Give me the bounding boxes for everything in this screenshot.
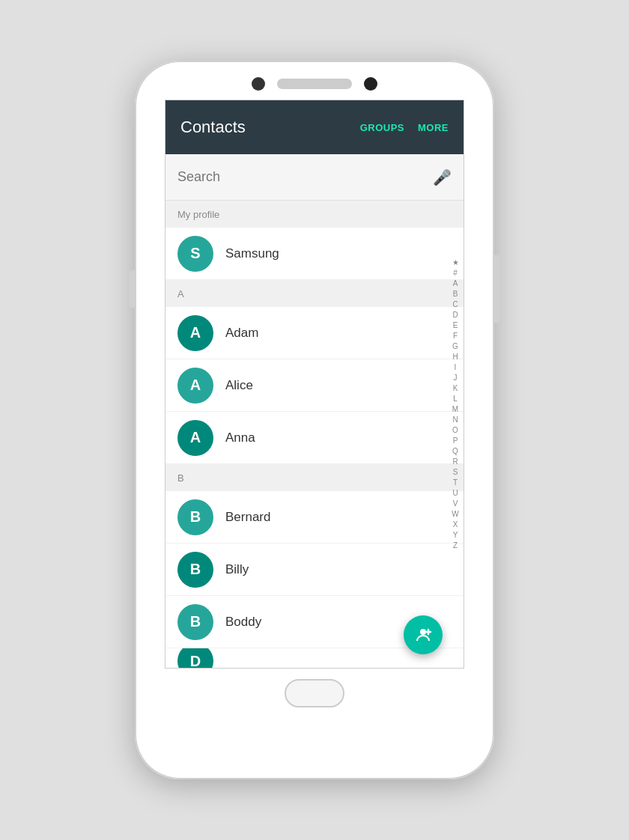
contact-item-bernard[interactable]: B Bernard	[165, 491, 464, 544]
alpha-U[interactable]: U	[452, 488, 458, 499]
contact-name-alice: Alice	[225, 378, 253, 393]
contact-name-adam: Adam	[225, 326, 258, 341]
search-input[interactable]	[177, 169, 433, 185]
alpha-Q[interactable]: Q	[452, 446, 458, 457]
app-bar-actions: GROUPS MORE	[360, 122, 449, 133]
alpha-C[interactable]: C	[452, 299, 458, 310]
avatar-samsung: S	[177, 236, 213, 272]
alphabet-index: ★ # A B C D E F G H I J K L M N O P Q R	[447, 255, 464, 669]
alpha-A[interactable]: A	[453, 279, 458, 289]
groups-button[interactable]: GROUPS	[360, 122, 404, 133]
alpha-K[interactable]: K	[453, 383, 458, 394]
contact-item-anna[interactable]: A Anna	[165, 412, 464, 464]
alpha-O[interactable]: O	[452, 425, 458, 436]
alpha-W[interactable]: W	[452, 509, 458, 520]
avatar-d: D	[177, 648, 213, 669]
alpha-R[interactable]: R	[452, 457, 458, 467]
section-header-a: A	[165, 280, 464, 307]
alpha-hash[interactable]: #	[453, 268, 458, 279]
phone-screen: Contacts GROUPS MORE 🎤 My profile S Sams…	[165, 100, 464, 669]
search-bar: 🎤	[165, 154, 464, 201]
avatar-adam: A	[177, 315, 213, 351]
contact-list: My profile S Samsung A A Adam A Alice A …	[165, 201, 464, 669]
sensor-icon	[364, 77, 377, 91]
front-camera-icon	[252, 77, 265, 91]
contact-item-alice[interactable]: A Alice	[165, 359, 464, 412]
alpha-T[interactable]: T	[453, 478, 458, 488]
section-header-b: B	[165, 464, 464, 491]
contact-item-adam[interactable]: A Adam	[165, 307, 464, 359]
phone-top-bar	[135, 61, 494, 91]
speaker-bar	[277, 79, 352, 89]
alpha-P[interactable]: P	[453, 436, 458, 446]
contact-name-billy: Billy	[225, 562, 249, 577]
alpha-S[interactable]: S	[453, 467, 458, 478]
avatar-bernard: B	[177, 499, 213, 535]
alpha-F[interactable]: F	[453, 331, 458, 341]
alpha-star[interactable]: ★	[452, 258, 459, 268]
alpha-Z[interactable]: Z	[453, 541, 458, 551]
app-bar-title: Contacts	[180, 118, 360, 137]
contact-item-samsung[interactable]: S Samsung	[165, 228, 464, 280]
alpha-I[interactable]: I	[455, 362, 457, 373]
alpha-Y[interactable]: Y	[453, 530, 458, 541]
alpha-X[interactable]: X	[453, 520, 458, 530]
contact-item-billy[interactable]: B Billy	[165, 544, 464, 596]
contact-name-boddy: Boddy	[225, 615, 261, 630]
avatar-alice: A	[177, 368, 213, 404]
contact-name-anna: Anna	[225, 430, 255, 445]
avatar-boddy: B	[177, 604, 213, 640]
home-button[interactable]	[285, 679, 344, 707]
alpha-B[interactable]: B	[453, 289, 458, 299]
avatar-billy: B	[177, 552, 213, 588]
mic-icon[interactable]: 🎤	[433, 168, 452, 186]
app-bar: Contacts GROUPS MORE	[165, 100, 464, 154]
avatar-anna: A	[177, 420, 213, 456]
contact-name-bernard: Bernard	[225, 510, 270, 525]
alpha-N[interactable]: N	[452, 415, 458, 425]
alpha-L[interactable]: L	[453, 394, 458, 404]
alpha-V[interactable]: V	[453, 499, 458, 509]
phone-device: Contacts GROUPS MORE 🎤 My profile S Sams…	[135, 61, 494, 779]
alpha-D[interactable]: D	[452, 310, 458, 320]
alpha-M[interactable]: M	[452, 404, 458, 415]
contact-name-samsung: Samsung	[225, 246, 279, 261]
alpha-J[interactable]: J	[454, 373, 458, 383]
alpha-E[interactable]: E	[453, 320, 458, 331]
add-contact-fab[interactable]	[404, 615, 443, 654]
alpha-H[interactable]: H	[452, 352, 458, 362]
alpha-G[interactable]: G	[452, 341, 458, 352]
home-button-area	[285, 679, 344, 707]
section-header-my-profile: My profile	[165, 201, 464, 228]
power-button	[494, 255, 500, 323]
volume-button	[129, 270, 135, 308]
more-button[interactable]: MORE	[418, 122, 449, 133]
